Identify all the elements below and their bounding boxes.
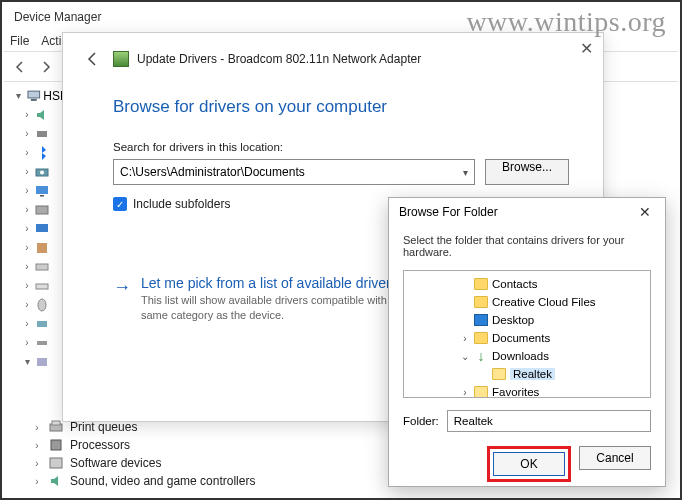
bff-title: Browse For Folder xyxy=(399,205,498,219)
folder-icon xyxy=(474,296,488,308)
expander-icon[interactable]: › xyxy=(22,280,32,291)
expander-icon[interactable]: › xyxy=(22,223,32,234)
svg-rect-12 xyxy=(37,243,47,253)
computer-icon xyxy=(26,88,42,104)
svg-rect-10 xyxy=(36,206,48,214)
driver-path-combobox[interactable]: C:\Users\Administrator\Documents ▾ xyxy=(113,159,475,185)
svg-point-15 xyxy=(38,299,46,311)
back-nav-icon[interactable] xyxy=(10,57,30,77)
pick-title: Let me pick from a list of available dri… xyxy=(141,275,420,291)
folder-tree[interactable]: Contacts Creative Cloud Files Desktop ›D… xyxy=(403,270,651,398)
category-label[interactable]: Software devices xyxy=(70,456,161,470)
search-location-label: Search for drivers in this location: xyxy=(113,141,569,153)
svg-point-7 xyxy=(40,170,44,174)
folder-item[interactable]: Downloads xyxy=(492,350,549,362)
folder-item[interactable]: Desktop xyxy=(492,314,534,326)
wizard-title: Update Drivers - Broadcom 802.11n Networ… xyxy=(137,52,421,66)
menu-file[interactable]: File xyxy=(10,34,29,48)
svg-rect-3 xyxy=(28,91,40,98)
svg-rect-18 xyxy=(37,358,47,366)
desktop-icon xyxy=(474,314,488,326)
ok-button[interactable]: OK xyxy=(493,452,565,476)
svg-rect-8 xyxy=(36,186,48,194)
folder-item[interactable]: Creative Cloud Files xyxy=(492,296,596,308)
network-icon xyxy=(34,316,50,332)
expanded-category-icon xyxy=(34,354,50,370)
expander-icon[interactable]: ⌄ xyxy=(460,351,470,362)
port-icon xyxy=(34,335,50,351)
expander-icon[interactable]: › xyxy=(22,337,32,348)
disk-icon xyxy=(34,202,50,218)
watermark-text: www.wintips.org xyxy=(466,6,666,38)
downloads-icon: ↓ xyxy=(474,348,488,364)
folder-item-selected[interactable]: Realtek xyxy=(510,368,555,380)
bluetooth-icon xyxy=(34,145,50,161)
svg-rect-11 xyxy=(36,224,48,232)
expander-icon[interactable]: › xyxy=(22,318,32,329)
sound-icon xyxy=(48,474,64,488)
svg-rect-5 xyxy=(37,131,47,137)
bff-close-button[interactable]: ✕ xyxy=(635,204,655,220)
expander-icon[interactable]: › xyxy=(32,476,42,487)
bff-instruction: Select the folder that contains drivers … xyxy=(389,226,665,264)
favorites-icon xyxy=(474,386,488,398)
wizard-close-button[interactable]: ✕ xyxy=(580,39,593,58)
expander-icon[interactable]: › xyxy=(22,261,32,272)
pick-subtitle: This list will show available drivers co… xyxy=(141,293,420,324)
audio-icon xyxy=(34,107,50,123)
display-adapter-icon xyxy=(34,221,50,237)
camera-icon xyxy=(34,164,50,180)
expander-icon[interactable]: › xyxy=(22,242,32,253)
category-label[interactable]: Print queues xyxy=(70,420,137,434)
folder-item[interactable]: Contacts xyxy=(492,278,537,290)
expander-icon[interactable]: ▾ xyxy=(14,90,24,101)
svg-rect-17 xyxy=(37,341,47,345)
selected-folder-input[interactable] xyxy=(447,410,651,432)
documents-icon xyxy=(474,332,488,344)
expander-icon[interactable]: › xyxy=(22,109,32,120)
folder-item[interactable]: Documents xyxy=(492,332,550,344)
svg-rect-16 xyxy=(37,321,47,327)
expander-icon[interactable]: ▾ xyxy=(22,356,32,367)
expander-icon[interactable]: › xyxy=(460,387,470,398)
expander-icon[interactable]: › xyxy=(460,333,470,344)
usb-icon xyxy=(34,126,50,142)
expander-icon[interactable]: › xyxy=(32,440,42,451)
folder-icon xyxy=(474,278,488,290)
menu-action[interactable]: Acti xyxy=(41,34,61,48)
expander-icon[interactable]: › xyxy=(32,422,42,433)
expander-icon[interactable]: › xyxy=(22,147,32,158)
browse-button[interactable]: Browse... xyxy=(485,159,569,185)
expander-icon[interactable]: › xyxy=(22,166,32,177)
folder-field-label: Folder: xyxy=(403,415,439,427)
monitor-icon xyxy=(34,183,50,199)
expander-icon[interactable]: › xyxy=(32,458,42,469)
expander-icon[interactable]: › xyxy=(22,128,32,139)
processor-icon xyxy=(48,438,64,452)
software-device-icon xyxy=(48,456,64,470)
expander-icon[interactable]: › xyxy=(22,185,32,196)
keyboard-icon xyxy=(34,278,50,294)
hid-icon xyxy=(34,259,50,275)
folder-item[interactable]: Favorites xyxy=(492,386,539,398)
folder-open-icon xyxy=(492,368,506,380)
include-subfolders-checkbox[interactable]: ✓ xyxy=(113,197,127,211)
svg-rect-4 xyxy=(31,98,37,100)
wizard-back-button[interactable] xyxy=(83,49,103,69)
svg-rect-20 xyxy=(52,421,60,425)
dm-title: Device Manager xyxy=(14,10,101,24)
cancel-button[interactable]: Cancel xyxy=(579,446,651,470)
ok-highlight-box: OK xyxy=(487,446,571,482)
fwd-nav-icon[interactable] xyxy=(36,57,56,77)
arrow-right-icon: → xyxy=(113,277,131,298)
expander-icon[interactable]: › xyxy=(22,299,32,310)
expander-icon[interactable]: › xyxy=(22,204,32,215)
driver-chip-icon xyxy=(113,51,129,67)
category-label[interactable]: Processors xyxy=(70,438,130,452)
printer-icon xyxy=(48,420,64,434)
chevron-down-icon: ▾ xyxy=(463,167,468,178)
svg-rect-14 xyxy=(36,284,48,289)
wizard-heading: Browse for drivers on your computer xyxy=(113,97,569,117)
category-label[interactable]: Sound, video and game controllers xyxy=(70,474,255,488)
driver-path-value: C:\Users\Administrator\Documents xyxy=(120,165,305,179)
